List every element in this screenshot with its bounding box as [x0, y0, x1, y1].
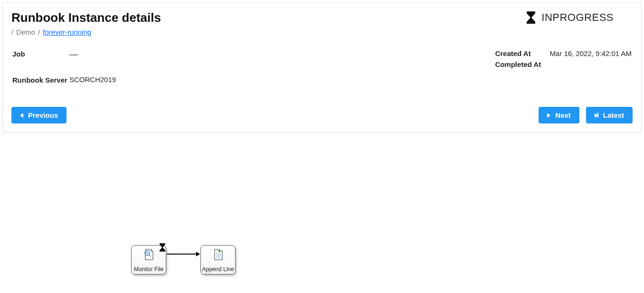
job-label: Job [12, 49, 69, 59]
svg-marker-0 [527, 11, 535, 24]
breadcrumb-parent[interactable]: Demo [16, 28, 35, 36]
svg-point-2 [146, 252, 149, 255]
triangle-right-icon [547, 113, 550, 118]
previous-button[interactable]: Previous [11, 107, 66, 123]
monitor-file-icon [142, 247, 156, 262]
server-label: Runbook Server [12, 76, 69, 85]
skip-forward-icon [595, 113, 598, 118]
hourglass-icon [525, 10, 537, 25]
triangle-left-icon [20, 113, 23, 118]
workflow-node-append-line[interactable]: Append Line [200, 245, 236, 274]
workflow-connector [167, 254, 199, 255]
breadcrumb: / Demo / forever-running [11, 28, 161, 36]
workflow-canvas: Monitor File Append Line [0, 135, 644, 287]
next-button[interactable]: Next [539, 107, 579, 123]
created-label: Created At [495, 49, 549, 57]
latest-button[interactable]: Latest [586, 107, 633, 123]
server-value: SCORCH2019 [69, 76, 116, 84]
job-value: — [69, 49, 78, 59]
breadcrumb-current[interactable]: forever-running [43, 28, 91, 36]
node-status-hourglass-icon [158, 243, 167, 252]
append-line-icon [211, 247, 225, 262]
status-label: INPROGRESS [541, 11, 614, 24]
page-title: Runbook Instance details [11, 10, 161, 25]
completed-label: Completed At [495, 60, 549, 68]
svg-marker-4 [160, 244, 165, 252]
details-panel: Runbook Instance details / Demo / foreve… [2, 2, 642, 132]
created-value: Mar 16, 2022, 9:42:01 AM [549, 49, 632, 57]
